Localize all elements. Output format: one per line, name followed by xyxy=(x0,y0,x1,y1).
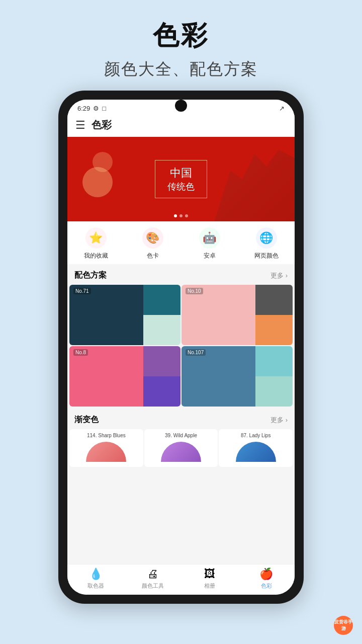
banner-dots xyxy=(174,214,188,217)
album-icon: 🖼 xyxy=(204,568,215,581)
nav-tools[interactable]: 🖨 颜色工具 xyxy=(124,568,181,590)
gradient-shape-2 xyxy=(161,442,201,462)
quick-nav-color-card[interactable]: 🎨 色卡 xyxy=(124,227,181,260)
gradient-lady-lips[interactable]: 87. Lady Lips xyxy=(219,429,293,467)
banner-title: 中国 xyxy=(167,166,195,181)
page-header: 色彩 颜色大全、配色方案 xyxy=(104,0,258,86)
palette-label-10: No.10 xyxy=(186,288,203,294)
banner-text-box: 中国 传统色 xyxy=(155,160,207,198)
web-color-icon: 🌐 xyxy=(256,227,277,249)
android-label: 安卓 xyxy=(204,252,216,260)
album-label: 相册 xyxy=(204,582,215,590)
palette-card-107[interactable]: No.107 xyxy=(182,346,293,407)
nav-album[interactable]: 🖼 相册 xyxy=(181,568,238,590)
quick-nav-android[interactable]: 🤖 安卓 xyxy=(181,227,238,260)
phone-screen: 6:29 ⚙ □ ↗ ☰ 色彩 xyxy=(67,100,295,595)
tools-label: 颜色工具 xyxy=(142,582,164,590)
gradient-section-header: 渐变色 更多 › xyxy=(67,409,295,429)
banner-dot-2 xyxy=(179,214,183,217)
gradient-shape-1 xyxy=(86,442,126,462)
favorites-icon: ⭐ xyxy=(85,227,107,249)
favorites-label: 我的收藏 xyxy=(84,252,108,260)
page-subtitle: 颜色大全、配色方案 xyxy=(104,58,258,80)
gradient-more[interactable]: 更多 › xyxy=(270,416,288,425)
watermark: 皮货谷手游 xyxy=(334,616,353,635)
picker-label: 取色器 xyxy=(87,582,104,590)
quick-nav: ⭐ 我的收藏 🎨 色卡 🤖 安卓 xyxy=(67,221,295,264)
banner-dot-1 xyxy=(174,214,177,217)
gradient-shape-3 xyxy=(236,442,276,462)
settings-icon: ⚙ xyxy=(93,105,99,112)
status-left: 6:29 ⚙ □ xyxy=(77,105,106,112)
bottom-nav: 💧 取色器 🖨 颜色工具 🖼 相册 🍎 色彩 xyxy=(67,564,295,595)
color-nav-label: 色彩 xyxy=(261,582,272,590)
gradient-sharp-blues[interactable]: 114. Sharp Blues xyxy=(69,429,143,467)
palette-card-10[interactable]: No.10 xyxy=(182,285,293,345)
nav-picker[interactable]: 💧 取色器 xyxy=(67,568,124,590)
banner-subtitle: 传统色 xyxy=(167,181,195,193)
gradient-items: 114. Sharp Blues 39. Wild Apple 87. Lady… xyxy=(67,429,295,471)
status-right: ↗ xyxy=(279,105,285,112)
color-card-label: 色卡 xyxy=(147,252,159,260)
palette-card-71[interactable]: No.71 xyxy=(69,285,180,345)
notification-icon: □ xyxy=(102,105,106,112)
menu-icon[interactable]: ☰ xyxy=(75,119,85,132)
color-card-icon: 🎨 xyxy=(142,227,163,249)
tools-icon: 🖨 xyxy=(147,568,158,581)
quick-nav-web-color[interactable]: 🌐 网页颜色 xyxy=(238,227,295,260)
page-bg: 色彩 颜色大全、配色方案 6:29 ⚙ □ ↗ ☰ 色彩 xyxy=(0,0,362,644)
banner[interactable]: 中国 传统色 xyxy=(67,137,295,221)
status-time: 6:29 xyxy=(77,105,90,112)
palette-more[interactable]: 更多 › xyxy=(270,271,288,280)
page-main-title: 色彩 xyxy=(104,18,258,53)
gradient-name-2: 39. Wild Apple xyxy=(163,429,199,442)
picker-icon: 💧 xyxy=(89,568,103,581)
app-bar-title: 色彩 xyxy=(92,118,112,132)
color-nav-icon: 🍎 xyxy=(259,568,273,581)
screen-content[interactable]: 中国 传统色 ⭐ 我的收藏 xyxy=(67,137,295,564)
gradient-wild-apple[interactable]: 39. Wild Apple xyxy=(144,429,218,467)
gradient-name-3: 87. Lady Lips xyxy=(239,429,273,442)
phone-frame: 6:29 ⚙ □ ↗ ☰ 色彩 xyxy=(58,91,304,604)
app-bar: ☰ 色彩 xyxy=(67,114,295,137)
palette-grid: No.71 No.10 xyxy=(67,285,295,407)
palette-label-107: No.107 xyxy=(186,349,206,356)
web-color-label: 网页颜色 xyxy=(254,252,279,260)
nav-color[interactable]: 🍎 色彩 xyxy=(238,568,295,590)
palette-label-8: No.8 xyxy=(73,349,88,356)
android-icon: 🤖 xyxy=(199,227,220,249)
phone-notch xyxy=(175,100,187,112)
quick-nav-favorites[interactable]: ⭐ 我的收藏 xyxy=(67,227,124,260)
palette-section-title: 配色方案 xyxy=(74,270,107,281)
palette-card-8[interactable]: No.8 xyxy=(69,346,180,407)
banner-dot-3 xyxy=(185,214,188,217)
signal-icon: ↗ xyxy=(279,105,285,112)
gradient-name-1: 114. Sharp Blues xyxy=(85,429,128,442)
palette-section-header: 配色方案 更多 › xyxy=(67,264,295,285)
gradient-section-title: 渐变色 xyxy=(74,415,99,425)
palette-label-71: No.71 xyxy=(73,288,91,294)
